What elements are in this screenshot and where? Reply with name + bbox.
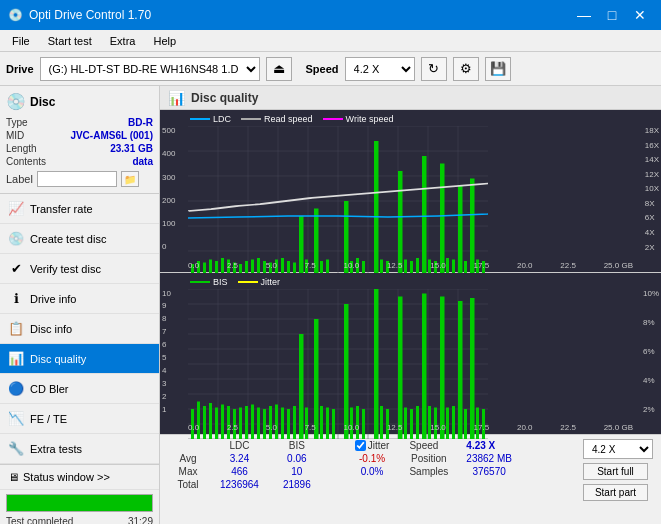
drive-select[interactable]: (G:) HL-DT-ST BD-RE WH16NS48 1.D3	[40, 57, 260, 81]
jitter-checkbox-label[interactable]: Jitter	[355, 440, 390, 451]
sidebar-item-drive-info-label: Drive info	[30, 293, 76, 305]
status-window-icon: 🖥	[8, 471, 19, 483]
fe-te-icon: 📉	[8, 411, 24, 426]
disc-type-label: Type	[6, 117, 28, 128]
legend-write-label: Write speed	[346, 114, 394, 124]
stats-avg-label: Avg	[168, 452, 208, 465]
settings-button[interactable]: ⚙	[453, 57, 479, 81]
chart-bottom-x-axis: 0.0 2.5 5.0 7.5 10.0 12.5 15.0 17.5 20.0…	[188, 423, 633, 432]
svg-rect-43	[374, 141, 379, 276]
sidebar-item-drive-info[interactable]: ℹ Drive info	[0, 284, 159, 314]
disc-panel: 💿 Disc Type BD-R MID JVC-AMS6L (001) Len…	[0, 86, 159, 194]
chart-top-y-right: 18X 16X 14X 12X 10X 8X 6X 4X 2X	[645, 126, 659, 252]
speed-select[interactable]: 4.2 X	[345, 57, 415, 81]
sidebar-status: 🖥 Status window >> Test completed 31:29	[0, 464, 159, 524]
menu-file[interactable]: File	[4, 33, 38, 49]
eject-button[interactable]: ⏏	[266, 57, 292, 81]
disc-panel-title: Disc	[30, 95, 55, 109]
minimize-button[interactable]: —	[571, 2, 597, 28]
sidebar-item-create-test-disc[interactable]: 💿 Create test disc	[0, 224, 159, 254]
svg-rect-102	[320, 406, 323, 439]
menu-extra[interactable]: Extra	[102, 33, 144, 49]
maximize-button[interactable]: □	[599, 2, 625, 28]
drive-label: Drive	[6, 63, 34, 75]
stats-max-jitter: 0.0%	[343, 465, 402, 478]
sidebar-item-disc-quality[interactable]: 📊 Disc quality	[0, 344, 159, 374]
disc-type-value: BD-R	[128, 117, 153, 128]
svg-rect-109	[374, 289, 379, 439]
legend-read-label: Read speed	[264, 114, 313, 124]
disc-mid-label: MID	[6, 130, 24, 141]
sidebar-item-extra-tests[interactable]: 🔧 Extra tests	[0, 434, 159, 464]
stats-total-bis: 21896	[271, 478, 323, 491]
start-full-button[interactable]: Start full	[583, 463, 648, 480]
stats-avg-row: Avg 3.24 0.06 -0.1% Position 23862 MB	[168, 452, 522, 465]
stats-avg-bis: 0.06	[271, 452, 323, 465]
status-completed-label: Test completed	[6, 516, 73, 524]
save-button[interactable]: 💾	[485, 57, 511, 81]
disc-label-input[interactable]	[37, 171, 117, 187]
sidebar-item-transfer-rate-label: Transfer rate	[30, 203, 93, 215]
svg-rect-82	[197, 401, 200, 439]
stats-samples-label: Samples	[401, 465, 456, 478]
stats-total-row: Total 1236964 21896	[168, 478, 522, 491]
legend-ldc: LDC	[190, 114, 231, 124]
stats-col-jitter: Jitter	[343, 439, 402, 452]
svg-rect-105	[344, 304, 349, 439]
start-part-button[interactable]: Start part	[583, 484, 648, 501]
chart-bottom-y-right: 10% 8% 6% 4% 2%	[643, 289, 659, 415]
svg-rect-121	[452, 406, 455, 439]
disc-mid-row: MID JVC-AMS6L (001)	[6, 130, 153, 141]
legend-read-dot	[241, 118, 261, 120]
legend-jitter: Jitter	[238, 277, 281, 287]
svg-rect-98	[293, 406, 296, 439]
svg-rect-110	[380, 406, 383, 439]
transfer-rate-icon: 📈	[8, 201, 24, 216]
nav-section: 📈 Transfer rate 💿 Create test disc ✔ Ver…	[0, 194, 159, 464]
menu-help[interactable]: Help	[145, 33, 184, 49]
main-area: 💿 Disc Type BD-R MID JVC-AMS6L (001) Len…	[0, 86, 661, 524]
svg-rect-86	[221, 404, 224, 439]
chart-bottom-svg	[188, 289, 488, 439]
svg-rect-84	[209, 403, 212, 439]
sidebar-item-create-test-disc-label: Create test disc	[30, 233, 106, 245]
stats-col-speed: Speed	[401, 439, 456, 452]
stats-position-label: Position	[401, 452, 456, 465]
svg-rect-117	[428, 406, 431, 439]
disc-label-browse[interactable]: 📁	[121, 171, 139, 187]
stats-header-empty	[168, 439, 208, 452]
svg-rect-112	[398, 296, 403, 439]
sidebar-item-verify-test-disc[interactable]: ✔ Verify test disc	[0, 254, 159, 284]
sidebar-item-cd-bler[interactable]: 🔵 CD Bler	[0, 374, 159, 404]
disc-panel-icon: 💿	[6, 92, 26, 111]
stats-max-row: Max 466 10 0.0% Samples 376570	[168, 465, 522, 478]
extra-tests-icon: 🔧	[8, 441, 24, 456]
menu-start-test[interactable]: Start test	[40, 33, 100, 49]
stats-speed-select[interactable]: 4.2 X	[583, 439, 653, 459]
status-window-button[interactable]: 🖥 Status window >>	[0, 465, 159, 490]
svg-rect-115	[416, 406, 419, 439]
sidebar-item-disc-info[interactable]: 📋 Disc info	[0, 314, 159, 344]
sidebar-item-transfer-rate[interactable]: 📈 Transfer rate	[0, 194, 159, 224]
stats-avg-ldc: 3.24	[208, 452, 271, 465]
disc-contents-label: Contents	[6, 156, 46, 167]
disc-length-value: 23.31 GB	[110, 143, 153, 154]
title-bar-controls: — □ ✕	[571, 2, 653, 28]
refresh-button[interactable]: ↻	[421, 57, 447, 81]
disc-type-row: Type BD-R	[6, 117, 153, 128]
close-button[interactable]: ✕	[627, 2, 653, 28]
disc-panel-header: 💿 Disc	[6, 92, 153, 111]
legend-bis-dot	[190, 281, 210, 283]
legend-jitter-dot	[238, 281, 258, 283]
jitter-checkbox[interactable]	[355, 440, 366, 451]
stats-max-bis: 10	[271, 465, 323, 478]
svg-rect-87	[227, 406, 230, 439]
sidebar-item-fe-te[interactable]: 📉 FE / TE	[0, 404, 159, 434]
legend-jitter-label: Jitter	[261, 277, 281, 287]
svg-rect-124	[470, 298, 475, 439]
svg-rect-122	[458, 301, 463, 439]
sidebar: 💿 Disc Type BD-R MID JVC-AMS6L (001) Len…	[0, 86, 160, 524]
disc-quality-icon: 📊	[8, 351, 24, 366]
status-text-row: Test completed 31:29	[0, 516, 159, 524]
title-bar-title: 💿 Opti Drive Control 1.70	[8, 8, 151, 22]
